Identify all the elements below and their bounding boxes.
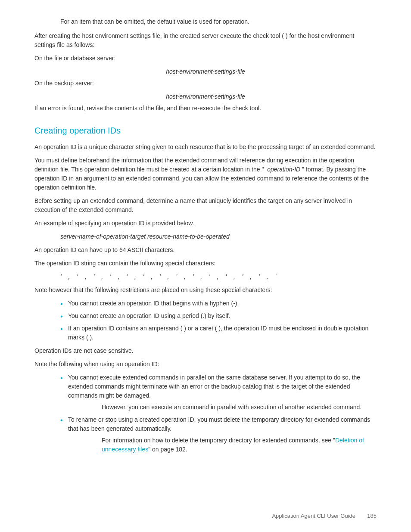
note-bullet1-sub: However, you can execute an command in p… xyxy=(102,403,377,412)
notes-list: You cannot execute extended commands in … xyxy=(60,373,377,454)
host-env-file1: host-environment-settings-file xyxy=(34,67,377,76)
intro-para2: After creating the host environment sett… xyxy=(34,31,377,50)
example-line: server-name-of-operation-target resource… xyxy=(60,232,377,241)
note-bullet1-sub-part1: However, you can execute an xyxy=(102,404,181,411)
host-env-file2: host-environment-settings-file xyxy=(34,92,377,101)
note-bullet2-sub-part2: " on page 182. xyxy=(148,446,187,453)
bullet2: You cannot create an operation ID using … xyxy=(60,311,377,320)
intro-para2-text1: After creating the host environment sett… xyxy=(34,32,280,39)
section-para4: An example of specifying an operation ID… xyxy=(34,219,377,228)
restrictions-list: You cannot create an operation ID that b… xyxy=(60,299,377,342)
note-bullet2: To rename or stop using a created operat… xyxy=(60,415,377,454)
example-part2: resource-name-to-be-operated xyxy=(146,233,230,240)
bullet1: You cannot create an operation ID that b… xyxy=(60,299,377,308)
footer: Application Agent CLI User Guide 185 xyxy=(272,513,377,519)
intro-para3: On the file or database server: xyxy=(34,54,377,63)
section-para3: Before setting up an extended command, d… xyxy=(34,196,377,215)
note-bullet2-sub: For information on how to delete the tem… xyxy=(102,436,377,454)
intro-para5: If an error is found, revise the content… xyxy=(34,104,377,113)
bullet3: If an operation ID contains an ampersand… xyxy=(60,324,377,342)
special-chars: ' , ' , ' , ' , ' , ' , ' , ' , ' , ' , … xyxy=(60,272,377,281)
footer-page-number: 185 xyxy=(367,513,377,519)
section-para6: The operation ID string can contain the … xyxy=(34,259,377,268)
section-para7: Note however that the following restrict… xyxy=(34,286,377,295)
section-para2: You must define beforehand the informati… xyxy=(34,156,377,192)
section-para9: Note the following when using an operati… xyxy=(34,360,377,369)
note-bullet1-sub-part2: command in parallel with execution of an… xyxy=(181,404,361,411)
section-heading: Creating operation IDs xyxy=(34,126,377,136)
note-bullet2-text: To rename or stop using a created operat… xyxy=(68,416,370,432)
section-para8: Operation IDs are not case sensitive. xyxy=(34,346,377,355)
section-para5: An operation ID can have up to 64 ASCII … xyxy=(34,246,377,255)
section-para1: An operation ID is a unique character st… xyxy=(34,143,377,152)
note-bullet2-sub-part1: For information on how to delete the tem… xyxy=(102,437,335,444)
intro-para2-paren-open: ( xyxy=(282,32,284,39)
section-para2-italic: _operation-ID xyxy=(264,166,300,173)
page: For an item that can be omitted, the def… xyxy=(0,0,411,532)
footer-guide-title: Application Agent CLI User Guide xyxy=(272,513,355,519)
example-part1: server-name-of-operation-target xyxy=(60,233,146,240)
intro-para1: For an item that can be omitted, the def… xyxy=(60,17,377,26)
intro-para4: On the backup server: xyxy=(34,79,377,88)
note-bullet1: You cannot execute extended commands in … xyxy=(60,373,377,412)
note-bullet1-text: You cannot execute extended commands in … xyxy=(68,374,360,399)
